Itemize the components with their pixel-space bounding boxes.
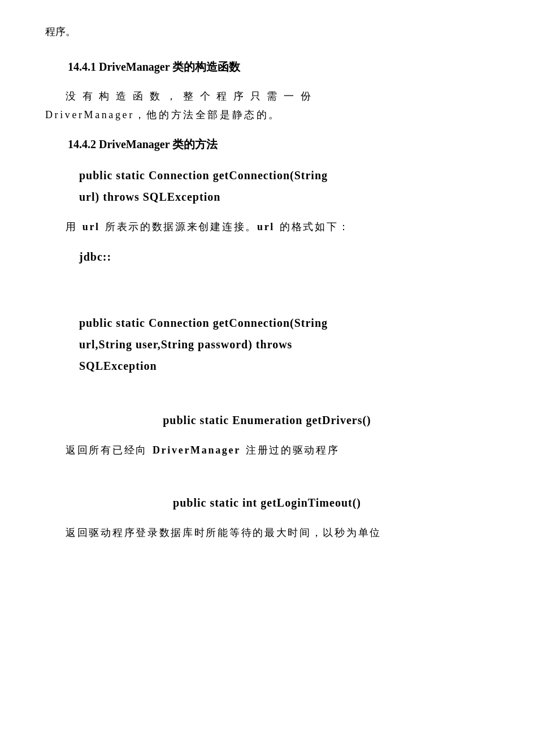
code-block-3: public static Enumeration getDrivers() xyxy=(45,409,489,431)
code3-line: public static Enumeration getDrivers() xyxy=(45,409,489,431)
page-content: 程序。 14.4.1 DriveManager 类的构造函数 没 有 构 造 函… xyxy=(45,23,489,542)
para-text-2: ，他的方法全部是静态的。 xyxy=(134,109,281,120)
code-block-2: public static Connection getConnection(S… xyxy=(45,312,489,377)
para-text-1: 没 有 构 造 函 数 ， 整 个 程 序 只 需 一 份 xyxy=(66,90,312,102)
spacer-1 xyxy=(45,290,489,312)
section-2-heading: 14.4.2 DriveManager 类的方法 xyxy=(45,134,489,154)
code2-line2: url,String user,String password) throws xyxy=(45,334,489,355)
url-bold-1: url xyxy=(83,221,100,232)
intro-text: 程序。 xyxy=(45,23,489,41)
spacer-2 xyxy=(45,387,489,409)
para2-part2: 所表示的数据源来创建连接。 xyxy=(100,221,257,232)
para2-part1: 用 xyxy=(66,221,83,232)
drivermanager-bold: DriverManager xyxy=(45,109,134,120)
drivermanager-bold-2: DriverManager xyxy=(153,444,241,456)
code2-line3: SQLException xyxy=(45,355,489,377)
para4-text: 返回驱动程序登录数据库时所能等待的最大时间，以秒为单位 xyxy=(66,527,381,538)
code-line-2: url) throws SQLException xyxy=(45,186,489,208)
para-drivers: 返回所有已经向 DriverManager 注册过的驱动程序 xyxy=(45,441,489,459)
code-line-1: public static Connection getConnection(S… xyxy=(45,165,489,186)
para3-part2: 注册过的驱动程序 xyxy=(241,444,340,456)
code4-line: public static int getLoginTimeout() xyxy=(45,492,489,513)
url-bold-2: url xyxy=(257,221,275,232)
jdbc-text: jdbc:: xyxy=(45,247,489,267)
section-1-heading: 14.4.1 DriveManager 类的构造函数 xyxy=(45,57,489,77)
code-block-4: public static int getLoginTimeout() xyxy=(45,492,489,513)
para2-part3: 的格式如下： xyxy=(275,221,350,232)
para3-part1: 返回所有已经向 xyxy=(66,444,153,456)
section-1-para: 没 有 构 造 函 数 ， 整 个 程 序 只 需 一 份 DriverMana… xyxy=(45,87,489,124)
para-login-timeout: 返回驱动程序登录数据库时所能等待的最大时间，以秒为单位 xyxy=(45,524,489,542)
spacer-3 xyxy=(45,469,489,492)
code2-line1: public static Connection getConnection(S… xyxy=(45,312,489,334)
para-url-connection: 用 url 所表示的数据源来创建连接。url 的格式如下： xyxy=(45,218,489,236)
code-block-1: public static Connection getConnection(S… xyxy=(45,165,489,208)
